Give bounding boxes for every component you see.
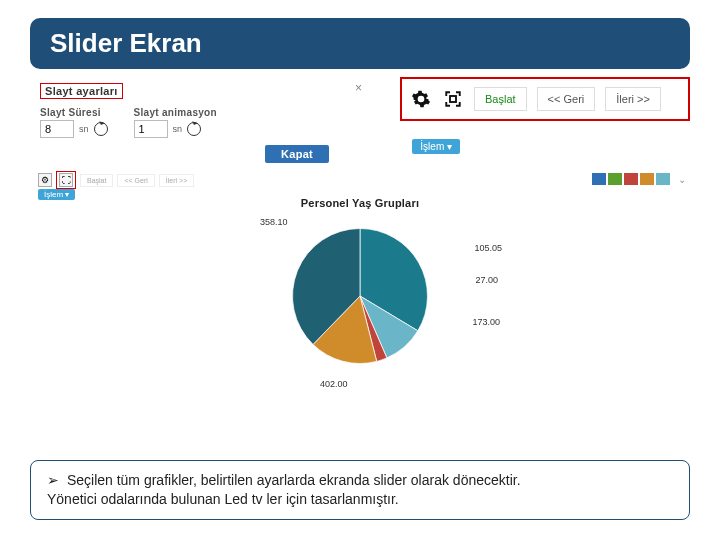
bullet-icon: ➢	[47, 472, 59, 488]
legend-swatch	[624, 173, 638, 185]
pie-label: 173.00	[472, 317, 500, 327]
note-box: ➢ Seçilen tüm grafikler, belirtilen ayar…	[30, 460, 690, 520]
note-line-1: Seçilen tüm grafikler, belirtilen ayarla…	[67, 472, 521, 488]
unit-label: sn	[79, 124, 89, 134]
close-icon[interactable]: ×	[355, 81, 362, 95]
pie-label: 27.00	[475, 275, 498, 285]
kapat-button[interactable]: Kapat	[265, 145, 329, 163]
toolbar-small: ⚙ ⛶ Başlat << Geri İleri >>	[38, 171, 194, 189]
baslat-button-small[interactable]: Başlat	[80, 174, 113, 187]
islem-dropdown[interactable]: İşlem ▾	[412, 139, 460, 154]
geri-button[interactable]: << Geri	[537, 87, 596, 111]
chevron-down-icon[interactable]: ⌄	[672, 174, 686, 185]
geri-button-small[interactable]: << Geri	[117, 174, 154, 187]
legend-swatch	[640, 173, 654, 185]
refresh-icon[interactable]	[187, 122, 201, 136]
fullscreen-icon[interactable]	[442, 88, 464, 110]
unit-label: sn	[173, 124, 183, 134]
legend-swatch	[608, 173, 622, 185]
settings-header: Slayt ayarları	[40, 83, 123, 99]
content-area: Slayt ayarları Slayt Süresi sn Slayt ani…	[30, 81, 690, 411]
chart-title: Personel Yaş Grupları	[30, 197, 690, 209]
svg-rect-0	[450, 96, 456, 102]
slide-settings-panel: Slayt ayarları Slayt Süresi sn Slayt ani…	[40, 81, 360, 138]
chart-legend: ⌄	[592, 173, 686, 185]
fullscreen-icon[interactable]: ⛶	[59, 173, 73, 187]
duration-input[interactable]	[40, 120, 74, 138]
duration-label: Slayt Süresi	[40, 107, 108, 118]
pie-chart: 358.10 105.05 27.00 173.00 402.00	[240, 221, 480, 375]
ileri-button-small[interactable]: İleri >>	[159, 174, 194, 187]
anim-label: Slayt animasyon	[134, 107, 217, 118]
gear-icon[interactable]: ⚙	[38, 173, 52, 187]
ileri-button[interactable]: İleri >>	[605, 87, 661, 111]
page-title: Slider Ekran	[30, 18, 690, 69]
anim-input[interactable]	[134, 120, 168, 138]
pie-label: 358.10	[260, 217, 288, 227]
pie-label: 105.05	[474, 243, 502, 253]
gear-icon[interactable]	[410, 88, 432, 110]
legend-swatch	[656, 173, 670, 185]
legend-swatch	[592, 173, 606, 185]
refresh-icon[interactable]	[94, 122, 108, 136]
baslat-button[interactable]: Başlat	[474, 87, 527, 111]
toolbar-highlight-box: Başlat << Geri İleri >>	[400, 77, 690, 121]
pie-label: 402.00	[320, 379, 348, 389]
fullscreen-highlight: ⛶	[56, 171, 76, 189]
note-line-2: Yönetici odalarında bulunan Led tv ler i…	[47, 491, 399, 507]
